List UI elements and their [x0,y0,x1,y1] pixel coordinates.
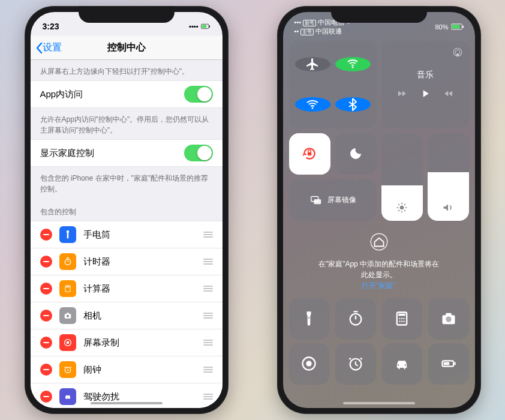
airplane-icon [305,57,320,71]
volume-slider[interactable] [428,133,469,221]
svg-point-32 [400,205,404,209]
svg-point-7 [67,315,69,317]
control-row[interactable]: 计时器 [31,248,223,275]
svg-rect-8 [67,313,69,314]
drag-handle-icon[interactable] [203,313,213,319]
record-icon [300,355,317,372]
car-app-icon [59,388,76,405]
remove-button[interactable] [40,391,52,403]
drag-handle-icon[interactable] [203,232,213,238]
drag-handle-icon[interactable] [203,367,213,373]
home-control-toggle[interactable] [184,145,213,161]
phone-control-center: ⦁⦁⦁ 新号 中国电信 ᯤ ⦁⦁ 主号 中国联通 80% [277,6,481,414]
alarm-shortcut[interactable] [335,343,376,385]
rewind-icon[interactable] [396,88,407,99]
forward-icon[interactable] [443,88,454,99]
volume-icon [442,202,454,214]
lowpower-shortcut[interactable] [428,343,469,385]
svg-rect-23 [452,25,459,29]
open-home-link[interactable]: 打开"家庭" [295,280,463,291]
control-row[interactable]: 闹钟 [31,356,223,383]
alarm-app-icon [59,361,76,378]
timer-app-icon [59,253,76,270]
control-label: 闹钟 [83,364,101,376]
back-label: 设置 [43,41,62,54]
alarm-icon [347,355,364,372]
cellular-button[interactable] [335,57,371,71]
home-control-row[interactable]: 显示家庭控制 [31,139,223,167]
wifi-button[interactable] [295,97,330,112]
remove-button[interactable] [40,310,52,322]
home-indicator[interactable] [91,402,163,404]
svg-point-26 [312,107,314,109]
page-title: 控制中心 [107,41,146,54]
connectivity-module[interactable] [289,41,377,128]
remove-button[interactable] [40,337,52,349]
drag-handle-icon[interactable] [203,259,213,265]
battery-icon [440,355,457,372]
home-desc-1: 在"家庭"App 中添加的配件和场景将在 [295,259,463,269]
airplane-button[interactable] [295,57,330,71]
timer-shortcut[interactable] [335,298,376,340]
car-shortcut[interactable] [382,343,423,385]
settings-content[interactable]: 从屏幕右上方边缘向下轻扫以打开"控制中心"。 App内访问 允许在App内访问"… [31,60,223,408]
control-row[interactable]: 相机 [31,302,223,329]
moon-icon [348,146,363,161]
drag-handle-icon[interactable] [203,340,213,346]
battery-indicator: 80% [435,18,464,36]
svg-rect-29 [308,152,312,155]
brightness-slider[interactable] [381,133,423,221]
flashlight-icon [300,310,317,327]
svg-rect-36 [398,314,405,316]
remove-button[interactable] [40,229,52,241]
music-label: 音乐 [417,70,434,80]
timer-icon [347,310,364,327]
control-row[interactable]: 手电筒 [31,221,223,248]
top-hint: 从屏幕右上方边缘向下轻扫以打开"控制中心"。 [31,60,223,80]
calculator-shortcut[interactable] [382,298,423,340]
remove-button[interactable] [40,364,52,376]
svg-rect-45 [446,313,451,316]
svg-point-44 [446,317,451,322]
control-row[interactable]: 计算器 [31,275,223,302]
camera-shortcut[interactable] [428,298,469,340]
svg-point-25 [352,67,354,68]
screen-mirror-button[interactable]: 屏幕镜像 [289,179,377,221]
remove-button[interactable] [40,256,52,268]
svg-rect-51 [444,362,449,365]
svg-point-38 [401,318,402,319]
drag-handle-icon[interactable] [203,286,213,292]
play-icon[interactable] [419,88,431,100]
control-label: 相机 [83,310,101,322]
app-access-row[interactable]: App内访问 [31,80,223,108]
svg-rect-2 [209,25,209,28]
control-row[interactable]: 屏幕录制 [31,329,223,356]
svg-point-37 [399,318,401,319]
svg-rect-24 [462,26,464,28]
orientation-lock-icon [302,146,317,161]
control-label: 驾驶勿扰 [83,391,119,403]
svg-point-41 [401,321,402,322]
cellular-icon [345,57,360,71]
camera-icon [440,310,457,327]
home-indicator[interactable] [343,402,415,404]
remove-button[interactable] [40,283,52,295]
svg-rect-1 [202,25,206,28]
car-icon [393,355,410,372]
home-icon [370,233,388,251]
back-button[interactable]: 设置 [31,41,67,54]
orientation-lock-button[interactable] [289,133,330,175]
app-access-toggle[interactable] [184,86,213,103]
drag-handle-icon[interactable] [203,394,213,400]
music-module[interactable]: 音乐 [381,41,469,128]
svg-point-33 [371,233,387,250]
flashlight-shortcut[interactable] [289,298,330,340]
record-shortcut[interactable] [289,343,330,385]
calculator-icon [393,310,410,327]
home-control-label: 显示家庭控制 [40,148,94,159]
flashlight-app-icon [59,226,76,243]
app-access-label: App内访问 [40,89,83,100]
bluetooth-button[interactable] [335,97,371,112]
shortcut-row-1 [283,298,475,343]
dnd-button[interactable] [335,133,377,175]
